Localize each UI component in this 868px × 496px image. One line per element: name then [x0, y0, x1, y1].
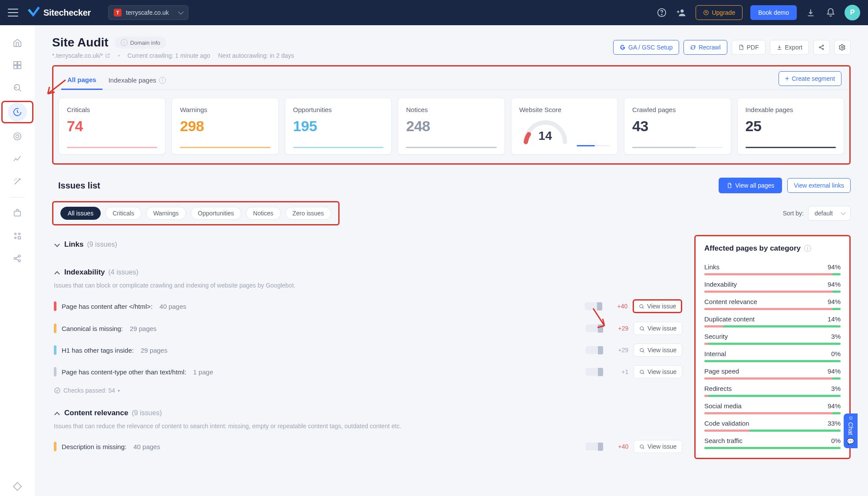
group-links-head[interactable]: Links (9 issues)	[52, 235, 684, 254]
category-row[interactable]: Page speed 94%	[704, 363, 841, 380]
view-all-pages-button[interactable]: View all pages	[719, 178, 782, 193]
sidebar-item-share[interactable]	[8, 249, 27, 268]
tab-all-pages[interactable]: All pages	[61, 71, 102, 90]
download-icon[interactable]	[805, 7, 817, 19]
domain-badge: T	[114, 9, 122, 17]
card-criticals[interactable]: Criticals 74	[59, 98, 165, 155]
category-row[interactable]: Indexability 94%	[704, 276, 841, 294]
view-external-links-button[interactable]: View external links	[787, 178, 851, 193]
avatar[interactable]: P	[845, 5, 860, 20]
issue-delta: +29	[608, 325, 628, 332]
card-opportunities[interactable]: Opportunities 195	[285, 98, 392, 155]
sidebar-item-audit[interactable]	[1, 101, 33, 123]
sidebar-item-search[interactable]	[8, 78, 27, 97]
group-indexability-head[interactable]: Indexability (4 issues)	[52, 263, 684, 282]
share-button[interactable]	[813, 40, 830, 55]
card-score[interactable]: Website Score 14	[511, 98, 618, 155]
chevron-down-icon: ▾	[118, 388, 120, 393]
sidebar-item-apps[interactable]	[8, 226, 27, 245]
group-content-relevance-head[interactable]: Content relevance (9 issues)	[52, 403, 684, 423]
view-issue-button[interactable]: View issue	[634, 440, 682, 453]
categories-title: Affected pages by category	[704, 244, 801, 253]
tab-indexable-pages[interactable]: Indexable pages i	[102, 71, 172, 89]
category-name: Content relevance	[704, 298, 757, 305]
sidebar	[0, 25, 35, 496]
view-issue-button[interactable]: View issue	[634, 344, 682, 357]
create-segment-button[interactable]: + Create segment	[779, 71, 842, 86]
topbar: Sitechecker T terryscafe.co.uk Upgrade B…	[0, 0, 868, 25]
sidebar-item-home[interactable]	[8, 33, 27, 52]
view-issue-button[interactable]: View issue	[634, 365, 682, 378]
domain-select[interactable]: T terryscafe.co.uk	[108, 5, 188, 20]
category-row[interactable]: Links 94%	[704, 259, 841, 276]
scope-label[interactable]: *.terryscafe.co.uk/*	[52, 52, 110, 59]
spark-icon	[586, 346, 603, 354]
add-user-icon[interactable]	[676, 7, 688, 19]
sidebar-item-monitor[interactable]	[8, 127, 27, 146]
sort-select[interactable]: default	[808, 206, 851, 221]
category-row[interactable]: Redirects 3%	[704, 380, 841, 398]
notifications-icon[interactable]	[825, 7, 837, 19]
logo[interactable]: Sitechecker	[28, 7, 91, 19]
export-button[interactable]: Export	[770, 40, 809, 55]
ga-gsc-setup-button[interactable]: GA / GSC Setup	[613, 40, 679, 55]
svg-point-24	[822, 49, 824, 50]
svg-point-15	[19, 233, 20, 235]
category-row[interactable]: Internal 0%	[704, 346, 841, 363]
filter-criticals[interactable]: Criticals	[105, 207, 142, 220]
domain-info-button[interactable]: i Domain info	[115, 36, 166, 49]
filter-zero[interactable]: Zero issues	[285, 207, 331, 220]
search-icon	[639, 444, 645, 450]
book-demo-button[interactable]: Book demo	[750, 5, 797, 20]
category-bar	[704, 343, 841, 345]
category-row[interactable]: Search traffic 0%	[704, 433, 841, 450]
svg-rect-9	[18, 66, 21, 69]
sidebar-item-extras[interactable]	[8, 477, 27, 496]
menu-toggle-icon[interactable]	[8, 9, 18, 17]
chat-button[interactable]: Chat 💬	[844, 413, 858, 448]
svg-point-28	[640, 348, 644, 352]
issue-row: Page has content after </html>: 40 pages…	[52, 295, 684, 317]
view-issue-button[interactable]: View issue	[633, 299, 682, 313]
recrawl-button[interactable]: Recrawl	[683, 40, 727, 55]
category-row[interactable]: Content relevance 94%	[704, 294, 841, 311]
svg-point-26	[640, 304, 643, 308]
page-header: Site Audit i Domain info *.terryscafe.co…	[52, 36, 851, 59]
filter-notices[interactable]: Notices	[246, 207, 281, 220]
category-bar	[704, 308, 841, 310]
sidebar-item-tools[interactable]	[8, 204, 27, 223]
svg-rect-6	[14, 62, 17, 65]
sidebar-item-magic[interactable]	[8, 172, 27, 191]
info-icon[interactable]: i	[804, 245, 811, 252]
category-row[interactable]: Code validation 33%	[704, 415, 841, 433]
filter-all[interactable]: All issues	[60, 207, 101, 220]
card-warnings[interactable]: Warnings 298	[172, 98, 278, 155]
category-bar	[704, 395, 841, 397]
category-bar	[704, 447, 841, 449]
category-name: Duplicate content	[704, 315, 755, 323]
pdf-button[interactable]: PDF	[732, 40, 766, 55]
category-name: Indexability	[704, 281, 737, 288]
header-actions: GA / GSC Setup Recrawl PDF Export	[613, 40, 851, 55]
category-name: Security	[704, 333, 728, 340]
issues-left-column: Links (9 issues) Indexability (4 issues)…	[52, 235, 684, 457]
severity-critical-icon	[54, 301, 56, 311]
view-issue-button[interactable]: View issue	[634, 322, 682, 335]
category-row[interactable]: Security 3%	[704, 328, 841, 346]
filter-opportunities[interactable]: Opportunities	[191, 207, 241, 220]
card-notices[interactable]: Notices 248	[398, 98, 505, 155]
checks-passed[interactable]: Checks passed: 54 ▾	[52, 383, 684, 394]
settings-button[interactable]	[834, 40, 851, 55]
chevron-down-icon	[54, 241, 61, 248]
category-pct: 0%	[831, 350, 841, 357]
help-icon[interactable]	[656, 7, 668, 19]
category-row[interactable]: Social media 94%	[704, 398, 841, 415]
svg-point-29	[640, 370, 644, 374]
upgrade-button[interactable]: Upgrade	[696, 5, 743, 20]
card-crawled[interactable]: Crawled pages 43	[624, 98, 731, 155]
sidebar-item-dashboard[interactable]	[8, 56, 27, 75]
sidebar-item-trends[interactable]	[8, 149, 27, 169]
filter-warnings[interactable]: Warnings	[146, 207, 186, 220]
category-row[interactable]: Duplicate content 14%	[704, 311, 841, 328]
card-indexable[interactable]: Indexable pages 25	[737, 98, 844, 155]
